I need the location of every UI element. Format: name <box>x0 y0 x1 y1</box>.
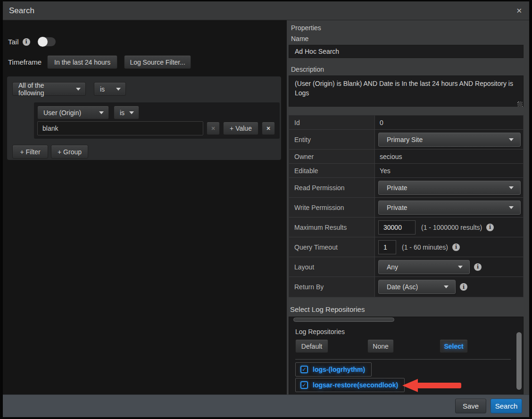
name-label: Name <box>291 35 524 42</box>
row-label: Maximum Results <box>289 218 374 237</box>
none-button[interactable]: None <box>367 339 394 353</box>
row-label: Id <box>289 116 374 129</box>
query-timeout-hint: (1 - 60 minutes) <box>402 243 448 251</box>
filter-condition-value: is <box>120 109 125 117</box>
info-icon[interactable]: i <box>23 38 30 46</box>
properties-header: Properties <box>291 24 524 32</box>
search-dialog: Search ✕ Tail i Timeframe In the last 24… <box>3 1 529 417</box>
caret-down-icon <box>509 206 514 209</box>
filter-group: All of the following is User (Origin) <box>7 76 281 160</box>
checkbox-checked-icon[interactable]: ✓ <box>300 366 308 373</box>
add-value-button[interactable]: + Value <box>223 122 258 135</box>
owner-value: secious <box>378 153 402 160</box>
layout-dropdown[interactable]: Any <box>378 260 470 274</box>
divider <box>295 359 511 360</box>
row-label: Editable <box>289 164 374 177</box>
maximum-results-input[interactable] <box>378 220 416 235</box>
log-source-filter-button[interactable]: Log Source Filter... <box>124 55 191 69</box>
maximum-results-hint: (1 - 1000000 results) <box>421 224 482 231</box>
filter-row: User (Origin) is ✕ + Value <box>34 102 280 139</box>
name-input[interactable] <box>289 45 524 58</box>
caret-down-icon <box>444 285 449 288</box>
row-label: Entity <box>289 130 374 149</box>
add-group-button[interactable]: + Group <box>51 145 88 159</box>
select-log-repositories-header: Select Log Repositories <box>290 305 524 313</box>
dialog-titlebar: Search ✕ <box>3 1 529 20</box>
query-timeout-input[interactable] <box>378 240 396 254</box>
search-button[interactable]: Search <box>490 399 522 413</box>
editable-value: Yes <box>378 167 391 175</box>
remove-filter-button[interactable]: ✕ <box>262 122 275 135</box>
filter-condition-dropdown[interactable]: is <box>114 106 139 119</box>
table-row: Maximum Results (1 - 1000000 results) i <box>289 218 523 237</box>
dialog-content: Tail i Timeframe In the last 24 hours Lo… <box>3 20 529 394</box>
group-condition-dropdown[interactable]: is <box>94 82 126 96</box>
caret-down-icon <box>116 88 121 91</box>
table-row: Return By Date (Asc) i <box>289 277 523 297</box>
timeframe-button[interactable]: In the last 24 hours <box>47 55 117 69</box>
table-row: Write Permission Private <box>289 198 523 218</box>
repo-item-logsar-restore-secondlook[interactable]: ✓ logsar-restore(secondlook) <box>295 378 405 392</box>
tail-toggle[interactable] <box>38 37 56 46</box>
timeframe-label: Timeframe <box>8 58 42 66</box>
annotation-arrow <box>402 379 465 392</box>
arrow-shaft <box>417 383 461 388</box>
table-row: Editable Yes <box>289 164 523 178</box>
caret-down-icon <box>76 88 81 91</box>
arrow-head <box>402 379 418 392</box>
read-permission-dropdown[interactable]: Private <box>378 181 521 195</box>
horizontal-scrollbar-thumb[interactable] <box>293 318 394 322</box>
repo-item-logs-logrhythm[interactable]: ✓ logs-(logrhythm) <box>295 362 372 377</box>
default-button[interactable]: Default <box>295 339 328 353</box>
page-background: Search ✕ Tail i Timeframe In the last 24… <box>0 0 532 419</box>
row-label: Layout <box>289 257 374 277</box>
table-row: Owner secious <box>289 150 523 164</box>
table-row: Read Permission Private <box>289 178 523 198</box>
group-operator-dropdown[interactable]: All of the following <box>12 82 86 96</box>
caret-down-icon <box>509 186 514 189</box>
info-icon[interactable]: i <box>460 283 467 291</box>
properties-table: Id 0 Entity Primary Site Owner <box>289 115 524 297</box>
info-icon[interactable]: i <box>452 243 460 251</box>
group-operator-value: All of the following <box>18 82 71 97</box>
entity-value: Primary Site <box>387 136 423 143</box>
add-filter-button[interactable]: + Filter <box>12 145 48 159</box>
entity-dropdown[interactable]: Primary Site <box>378 133 521 147</box>
timeframe-row: Timeframe In the last 24 hours Log Sourc… <box>8 55 287 69</box>
description-textarea[interactable]: (User (Origin) is Blank) AND Date is In … <box>289 75 524 107</box>
filter-field-value: User (Origin) <box>43 109 81 117</box>
dialog-title: Search <box>9 6 34 16</box>
row-label: Return By <box>289 277 374 297</box>
search-criteria-panel: Tail i Timeframe In the last 24 hours Lo… <box>3 20 287 394</box>
group-condition-value: is <box>100 85 105 93</box>
close-icon[interactable]: ✕ <box>516 7 522 15</box>
description-wrap: (User (Origin) is Blank) AND Date is In … <box>289 75 524 109</box>
filter-value-input[interactable] <box>37 121 203 135</box>
vertical-scrollbar-thumb[interactable] <box>516 332 522 390</box>
filter-group-header: All of the following is <box>12 82 276 96</box>
info-icon[interactable]: i <box>486 224 494 231</box>
write-permission-dropdown[interactable]: Private <box>378 201 521 215</box>
resize-handle-icon[interactable] <box>517 101 523 107</box>
row-label: Owner <box>289 150 374 163</box>
caret-down-icon <box>129 111 134 114</box>
log-repositories-panel: Log Repositories Default None Select ✓ l… <box>289 317 524 394</box>
caret-down-icon <box>458 266 463 268</box>
save-button[interactable]: Save <box>455 399 486 413</box>
description-label: Description <box>291 66 524 73</box>
info-icon[interactable]: i <box>474 263 482 271</box>
dialog-footer: Save Search <box>3 394 529 417</box>
table-row: Id 0 <box>289 116 523 130</box>
select-button[interactable]: Select <box>440 339 468 353</box>
filter-field-dropdown[interactable]: User (Origin) <box>37 106 109 119</box>
repo-item-label: logs-(logrhythm) <box>313 366 365 373</box>
row-label: Read Permission <box>289 178 374 197</box>
table-row: Entity Primary Site <box>289 130 523 150</box>
remove-value-button[interactable]: ✕ <box>207 122 220 135</box>
filter-value-row: ✕ + Value ✕ <box>37 121 276 135</box>
table-row: Query Timeout (1 - 60 minutes) i <box>289 237 523 257</box>
write-permission-value: Private <box>387 204 407 211</box>
row-label: Query Timeout <box>289 237 374 257</box>
checkbox-checked-icon[interactable]: ✓ <box>300 381 308 389</box>
return-by-dropdown[interactable]: Date (Asc) <box>378 280 456 294</box>
